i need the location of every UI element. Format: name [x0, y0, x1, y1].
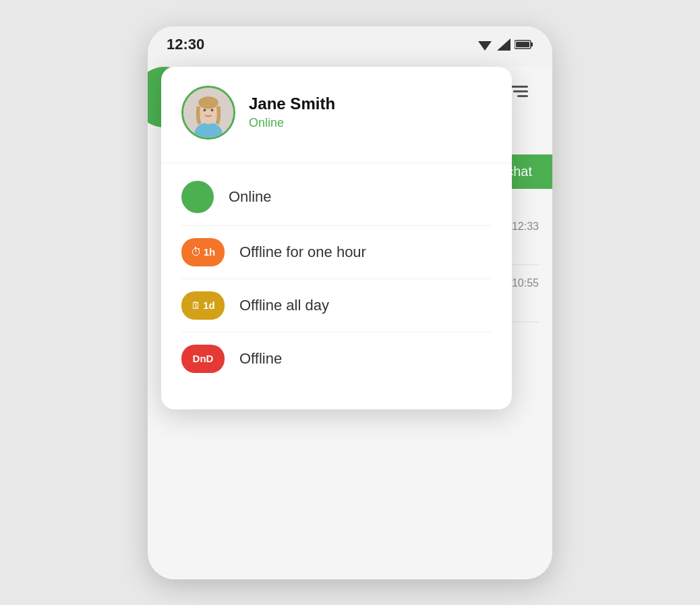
- wifi-icon: [477, 38, 493, 51]
- status-dropdown: Jane Smith Online Online ⏱ 1h Offline fo…: [161, 67, 512, 409]
- offline-1d-label: Offline all day: [239, 297, 329, 314]
- user-profile: Jane Smith Online: [181, 86, 492, 144]
- avatar-wrapper: [181, 86, 235, 140]
- phone-container: 12:30 e 1 c: [148, 26, 552, 579]
- user-name: Jane Smith: [249, 94, 335, 113]
- status-menu-item-offline-1h[interactable]: ⏱ 1h Offline for one hour: [181, 226, 492, 279]
- filter-line-3: [517, 95, 528, 97]
- svg-rect-4: [516, 42, 529, 47]
- status-icons: [477, 38, 533, 51]
- user-info: Jane Smith Online: [249, 94, 335, 130]
- avatar: [181, 86, 235, 140]
- status-time: 12:30: [167, 36, 204, 53]
- offline-1h-label: Offline for one hour: [239, 243, 366, 261]
- clock-icon: ⏱: [191, 246, 202, 258]
- svg-point-10: [204, 109, 206, 111]
- svg-marker-1: [497, 38, 511, 51]
- svg-point-9: [198, 96, 218, 109]
- offline-1h-text: 1h: [204, 246, 216, 258]
- user-status-text: Online: [249, 116, 335, 130]
- signal-icon: [497, 38, 511, 51]
- status-menu-item-dnd[interactable]: DnD Offline: [181, 333, 492, 385]
- online-label: Online: [229, 188, 272, 206]
- filter-line-2: [513, 90, 528, 92]
- avatar-svg: [183, 88, 233, 138]
- calendar-icon: 🗓: [191, 299, 201, 311]
- offline-1d-badge: 🗓 1d: [181, 291, 225, 320]
- filter-line-1: [509, 86, 528, 88]
- dnd-text: DnD: [193, 353, 214, 364]
- status-menu-item-offline-1d[interactable]: 🗓 1d Offline all day: [181, 279, 492, 333]
- svg-marker-0: [478, 41, 492, 51]
- menu-divider: [161, 163, 512, 163]
- status-bar: 12:30: [148, 26, 552, 59]
- offline-1d-text: 1d: [203, 299, 215, 311]
- offline-1h-badge: ⏱ 1h: [181, 238, 225, 266]
- svg-rect-3: [531, 42, 533, 47]
- online-indicator: [181, 181, 214, 213]
- battery-icon: [515, 39, 533, 50]
- status-menu-item-online[interactable]: Online: [181, 169, 492, 226]
- svg-point-11: [211, 109, 214, 111]
- dnd-badge: DnD: [181, 345, 225, 373]
- filter-icon[interactable]: [509, 86, 528, 97]
- dnd-label: Offline: [239, 350, 282, 368]
